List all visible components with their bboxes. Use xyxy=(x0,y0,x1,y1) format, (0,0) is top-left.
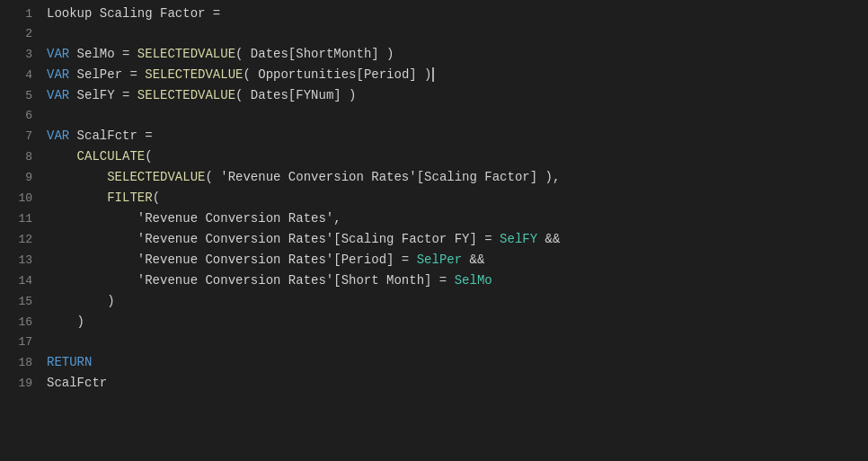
code-token: ( Opportunities[Period] ) xyxy=(243,67,431,82)
code-token: && xyxy=(462,253,484,267)
line-number: 7 xyxy=(7,127,32,146)
code-line: 8 CALCULATE( xyxy=(0,146,868,167)
line-content: VAR SelMo = SELECTEDVALUE( Dates[ShortMo… xyxy=(47,44,861,64)
code-token: SelFY = xyxy=(69,88,137,102)
line-number: 12 xyxy=(7,230,32,250)
line-content: VAR ScalFctr = xyxy=(47,126,861,146)
code-line: 15 ) xyxy=(0,291,868,312)
line-content: RETURN xyxy=(47,352,861,372)
code-token: && xyxy=(537,232,560,246)
code-line: 9 SELECTEDVALUE( 'Revenue Conversion Rat… xyxy=(0,167,868,188)
code-token: ( xyxy=(145,149,152,164)
code-line: 13 'Revenue Conversion Rates'[Period] = … xyxy=(0,250,868,270)
code-token xyxy=(47,170,107,184)
code-editor[interactable]: 1Lookup Scaling Factor =23VAR SelMo = SE… xyxy=(0,0,868,461)
code-token: VAR xyxy=(47,67,69,82)
code-token: ) xyxy=(47,294,115,308)
code-token: Lookup Scaling Factor = xyxy=(47,6,220,21)
code-line: 1Lookup Scaling Factor = xyxy=(0,4,868,24)
code-line: 14 'Revenue Conversion Rates'[Short Mont… xyxy=(0,270,868,291)
line-number: 8 xyxy=(7,147,32,167)
line-number: 17 xyxy=(7,332,32,352)
code-token xyxy=(47,149,77,164)
code-token: SELECTEDVALUE xyxy=(137,47,235,61)
line-number: 10 xyxy=(7,189,32,208)
code-line: 17 xyxy=(0,332,868,352)
line-number: 18 xyxy=(7,353,32,373)
line-content: ScalFctr xyxy=(47,373,861,393)
line-content: FILTER( xyxy=(47,188,861,208)
line-number: 14 xyxy=(7,271,32,291)
code-token: ) xyxy=(47,315,84,329)
line-number: 11 xyxy=(7,209,32,229)
code-token: SelFY xyxy=(500,232,537,246)
code-line: 11 'Revenue Conversion Rates', xyxy=(0,208,868,229)
code-line: 2 xyxy=(0,24,868,44)
line-number: 5 xyxy=(7,86,32,106)
code-token: SELECTEDVALUE xyxy=(145,67,243,82)
code-line: 3VAR SelMo = SELECTEDVALUE( Dates[ShortM… xyxy=(0,44,868,65)
code-token: FILTER xyxy=(107,191,152,205)
line-number: 16 xyxy=(7,313,32,332)
code-line: 18RETURN xyxy=(0,352,868,373)
code-token: VAR xyxy=(47,88,69,102)
code-token: CALCULATE xyxy=(77,149,146,164)
code-token: ScalFctr xyxy=(47,376,107,390)
code-token: SelPer = xyxy=(69,67,145,82)
line-content: SELECTEDVALUE( 'Revenue Conversion Rates… xyxy=(47,167,861,187)
code-token: SelPer xyxy=(417,253,462,267)
code-token: SelMo = xyxy=(69,47,137,61)
line-number: 9 xyxy=(7,168,32,188)
line-content: ) xyxy=(47,312,861,332)
code-token: SELECTEDVALUE xyxy=(137,88,235,102)
code-token: VAR xyxy=(47,47,69,61)
code-token: 'Revenue Conversion Rates'[Period] = xyxy=(47,253,417,267)
line-content: 'Revenue Conversion Rates'[Period] = Sel… xyxy=(47,250,861,270)
line-number: 15 xyxy=(7,292,32,312)
code-token: 'Revenue Conversion Rates'[Scaling Facto… xyxy=(47,232,500,246)
code-line: 6 xyxy=(0,106,868,126)
line-number: 19 xyxy=(7,374,32,394)
code-line: 4VAR SelPer = SELECTEDVALUE( Opportuniti… xyxy=(0,65,868,85)
line-number: 6 xyxy=(7,106,32,126)
line-content: VAR SelFY = SELECTEDVALUE( Dates[FYNum] … xyxy=(47,85,861,105)
line-number: 1 xyxy=(7,4,32,24)
code-line: 12 'Revenue Conversion Rates'[Scaling Fa… xyxy=(0,229,868,250)
line-number: 13 xyxy=(7,251,32,270)
code-token: ( Dates[ShortMonth] ) xyxy=(235,47,394,61)
line-content: 'Revenue Conversion Rates'[Short Month] … xyxy=(47,270,861,290)
code-token xyxy=(47,191,107,205)
line-content: Lookup Scaling Factor = xyxy=(47,4,861,23)
line-number: 2 xyxy=(7,24,32,44)
line-content: 'Revenue Conversion Rates', xyxy=(47,208,861,228)
line-content: 'Revenue Conversion Rates'[Scaling Facto… xyxy=(47,229,861,249)
text-cursor xyxy=(432,67,434,82)
line-content: ) xyxy=(47,291,861,311)
code-line: 5VAR SelFY = SELECTEDVALUE( Dates[FYNum]… xyxy=(0,85,868,106)
code-token: 'Revenue Conversion Rates'[Short Month] … xyxy=(47,273,455,288)
code-token: ( Dates[FYNum] ) xyxy=(235,88,356,102)
code-line: 10 FILTER( xyxy=(0,188,868,208)
code-line: 16 ) xyxy=(0,312,868,332)
code-token: ( xyxy=(153,191,160,205)
code-token: 'Revenue Conversion Rates', xyxy=(47,211,341,226)
code-line: 7VAR ScalFctr = xyxy=(0,126,868,146)
code-token: RETURN xyxy=(47,355,92,369)
line-content: VAR SelPer = SELECTEDVALUE( Opportunitie… xyxy=(47,65,861,84)
code-token: ScalFctr = xyxy=(69,129,152,143)
line-content: CALCULATE( xyxy=(47,146,861,166)
code-token: VAR xyxy=(47,129,69,143)
line-number: 3 xyxy=(7,45,32,65)
code-token: ( 'Revenue Conversion Rates'[Scaling Fac… xyxy=(205,170,560,184)
code-token: SelMo xyxy=(455,273,492,288)
code-line: 19ScalFctr xyxy=(0,373,868,394)
line-number: 4 xyxy=(7,66,32,85)
code-token: SELECTEDVALUE xyxy=(107,170,205,184)
